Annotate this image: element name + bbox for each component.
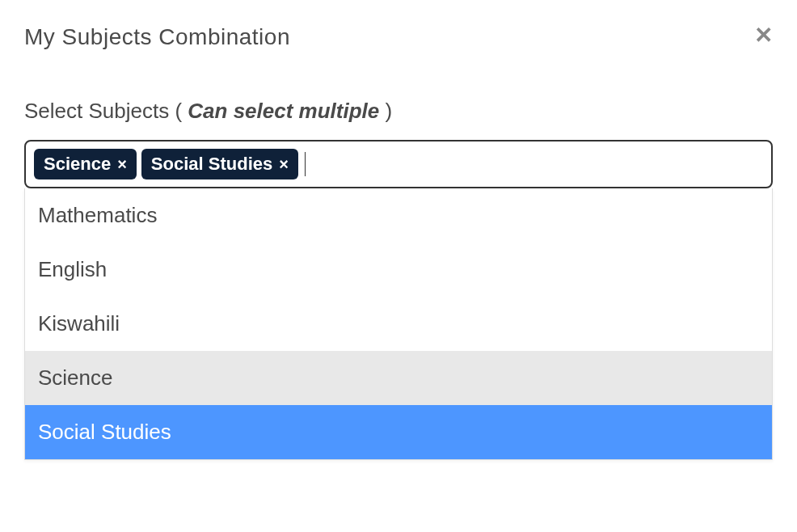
field-label: Select Subjects ( Can select multiple ) xyxy=(24,99,773,124)
chip-social-studies: Social Studies × xyxy=(141,149,298,179)
close-button[interactable]: ✕ xyxy=(754,24,773,47)
subjects-multiselect: Science × Social Studies × Mathematics E… xyxy=(24,140,773,460)
chip-label: Social Studies xyxy=(151,154,272,175)
field-label-prefix: Select Subjects ( xyxy=(24,99,188,123)
chip-remove-icon[interactable]: × xyxy=(279,156,289,172)
chip-science: Science × xyxy=(34,149,137,179)
modal-title: My Subjects Combination xyxy=(24,24,290,50)
chip-label: Science xyxy=(44,154,111,175)
field-label-suffix: ) xyxy=(379,99,392,123)
modal-header: My Subjects Combination ✕ xyxy=(24,24,773,50)
multiselect-input[interactable] xyxy=(305,152,311,176)
option-mathematics[interactable]: Mathematics xyxy=(25,188,772,243)
option-social-studies[interactable]: Social Studies xyxy=(25,405,772,459)
option-english[interactable]: English xyxy=(25,243,772,297)
field-hint: Can select multiple xyxy=(188,99,379,123)
dropdown-menu: Mathematics English Kiswahili Science So… xyxy=(24,188,773,460)
select-box[interactable]: Science × Social Studies × xyxy=(24,140,773,188)
option-kiswahili[interactable]: Kiswahili xyxy=(25,297,772,351)
close-icon: ✕ xyxy=(754,23,773,48)
option-science[interactable]: Science xyxy=(25,351,772,405)
chip-remove-icon[interactable]: × xyxy=(117,156,127,172)
